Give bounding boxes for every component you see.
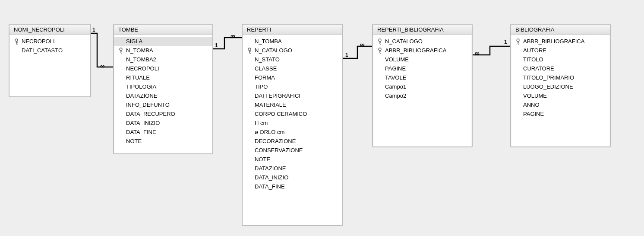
table-fields: NECROPOLIDATI_CATASTO: [9, 35, 90, 57]
field-row[interactable]: CURATORE: [511, 64, 610, 73]
field-row[interactable]: MATERIALE: [243, 100, 342, 109]
field-row[interactable]: ANNO: [511, 100, 610, 109]
svg-point-4: [379, 48, 381, 51]
field-row[interactable]: CONSERVAZIONE: [243, 146, 342, 155]
field-row[interactable]: DATA_INIZIO: [114, 118, 212, 128]
table-title[interactable]: REPERTI: [243, 25, 342, 35]
field-name: DATA_RECUPERO: [125, 110, 175, 118]
field-name: DATAZIONE: [254, 165, 286, 172]
table-nomi-necropoli[interactable]: NOMI_NECROPOLI NECROPOLIDATI_CATASTO: [9, 24, 91, 97]
field-row[interactable]: N_CATALOGO: [243, 46, 342, 55]
cardinality-label: ∞: [475, 49, 480, 57]
field-row[interactable]: ø ORLO cm: [243, 128, 342, 137]
field-row[interactable]: N_TOMBA2: [114, 55, 212, 64]
field-name: N_TOMBA: [125, 47, 153, 54]
field-row[interactable]: PAGINE: [511, 109, 610, 118]
table-title[interactable]: BIBLIOGRAFIA: [511, 25, 610, 35]
field-name: H cm: [254, 119, 268, 127]
table-reperti-bibliografia[interactable]: REPERTI_BIBLIOGRAFIA N_CATALOGO ABBR_BIB…: [372, 24, 473, 147]
field-row[interactable]: TIPOLOGIA: [114, 82, 212, 91]
field-row[interactable]: DATA_INIZIO: [243, 173, 342, 182]
table-fields: N_TOMBA N_CATALOGON_STATOCLASSEFORMATIPO…: [243, 35, 342, 194]
field-row[interactable]: Campo1: [373, 82, 472, 91]
field-row[interactable]: DATAZIONE: [243, 164, 342, 173]
field-row[interactable]: VOLUME: [511, 91, 610, 100]
field-name: TIPOLOGIA: [125, 83, 156, 91]
svg-point-0: [15, 39, 18, 41]
field-row[interactable]: DECORAZIONE: [243, 137, 342, 146]
field-name: PAGINE: [384, 65, 406, 73]
table-title[interactable]: TOMBE: [114, 25, 212, 35]
field-name: FORMA: [254, 74, 275, 82]
field-row[interactable]: TIPO: [243, 82, 342, 91]
field-row[interactable]: ABBR_BIBLIOGRAFICA: [511, 37, 610, 46]
field-name: DECORAZIONE: [254, 137, 296, 145]
table-title[interactable]: NOMI_NECROPOLI: [9, 25, 90, 35]
field-row[interactable]: N_CATALOGO: [373, 37, 472, 46]
primary-key-icon: [376, 38, 384, 45]
field-row[interactable]: H cm: [243, 118, 342, 128]
field-name: LUOGO_EDIZIONE: [522, 83, 573, 91]
field-row[interactable]: CLASSE: [243, 64, 342, 73]
cardinality-label: 1: [215, 42, 218, 48]
field-row[interactable]: TITOLO_PRIMARIO: [511, 73, 610, 82]
table-title[interactable]: REPERTI_BIBLIOGRAFIA: [373, 25, 472, 35]
field-row[interactable]: FORMA: [243, 73, 342, 82]
field-name: N_CATALOGO: [384, 38, 423, 45]
field-row[interactable]: DATA_FINE: [114, 128, 212, 137]
field-row[interactable]: DATAZIONE: [114, 91, 212, 100]
field-row[interactable]: AUTORE: [511, 46, 610, 55]
field-row[interactable]: INFO_DEFUNTO: [114, 100, 212, 109]
cardinality-label: ∞: [360, 41, 365, 48]
field-row[interactable]: NECROPOLI: [114, 64, 212, 73]
field-name: RITUALE: [125, 74, 150, 82]
field-row[interactable]: VOLUME: [373, 55, 472, 64]
table-reperti[interactable]: REPERTI N_TOMBA N_CATALOGON_STATOCLASSEF…: [242, 24, 343, 226]
svg-point-1: [120, 48, 122, 51]
field-name: Campo1: [384, 83, 406, 91]
field-row[interactable]: NECROPOLI: [9, 37, 90, 46]
field-row[interactable]: DATA_FINE: [243, 182, 342, 191]
field-row[interactable]: SIGLA: [114, 37, 212, 46]
field-row[interactable]: TITOLO: [511, 55, 610, 64]
field-row[interactable]: DATA_RECUPERO: [114, 109, 212, 118]
field-row[interactable]: NOTE: [114, 137, 212, 146]
field-name: N_STATO: [254, 56, 280, 64]
cardinality-label: 1: [345, 52, 348, 58]
table-tombe[interactable]: TOMBE SIGLA N_TOMBAN_TOMBA2NECROPOLIRITU…: [113, 24, 213, 154]
svg-point-3: [379, 39, 381, 41]
field-row[interactable]: LUOGO_EDIZIONE: [511, 82, 610, 91]
field-row[interactable]: NOTE: [243, 155, 342, 164]
field-name: DATA_FINE: [254, 183, 285, 191]
field-name: CONSERVAZIONE: [254, 147, 303, 154]
field-row[interactable]: N_TOMBA: [243, 37, 342, 46]
field-row[interactable]: CORPO CERAMICO: [243, 109, 342, 118]
table-bibliografia[interactable]: BIBLIOGRAFIA ABBR_BIBLIOGRAFICAAUTORETIT…: [510, 24, 611, 147]
field-row[interactable]: N_STATO: [243, 55, 342, 64]
field-row[interactable]: N_TOMBA: [114, 46, 212, 55]
field-name: TITOLO_PRIMARIO: [522, 74, 574, 82]
field-row[interactable]: PAGINE: [373, 64, 472, 73]
field-name: TITOLO: [522, 56, 543, 64]
field-row[interactable]: Campo2: [373, 91, 472, 100]
primary-key-icon: [376, 48, 384, 54]
field-name: ANNO: [522, 101, 540, 109]
field-name: AUTORE: [522, 47, 546, 54]
field-name: CLASSE: [254, 65, 277, 73]
field-name: N_CATALOGO: [254, 47, 292, 54]
table-fields: N_CATALOGO ABBR_BIBLIOGRAFICAVOLUMEPAGIN…: [373, 35, 472, 103]
field-row[interactable]: DATI EPIGRAFICI: [243, 91, 342, 100]
field-name: DATAZIONE: [125, 92, 157, 100]
field-name: N_TOMBA: [254, 38, 282, 45]
table-fields: SIGLA N_TOMBAN_TOMBA2NECROPOLIRITUALETIP…: [114, 35, 212, 148]
field-name: PAGINE: [522, 110, 544, 118]
primary-key-icon: [515, 38, 522, 45]
field-row[interactable]: TAVOLE: [373, 73, 472, 82]
primary-key-icon: [13, 38, 21, 45]
field-row[interactable]: ABBR_BIBLIOGRAFICA: [373, 46, 472, 55]
field-row[interactable]: RITUALE: [114, 73, 212, 82]
field-row[interactable]: DATI_CATASTO: [9, 46, 90, 55]
field-name: CURATORE: [522, 65, 554, 73]
field-name: MATERIALE: [254, 101, 286, 109]
field-name: VOLUME: [384, 56, 409, 64]
